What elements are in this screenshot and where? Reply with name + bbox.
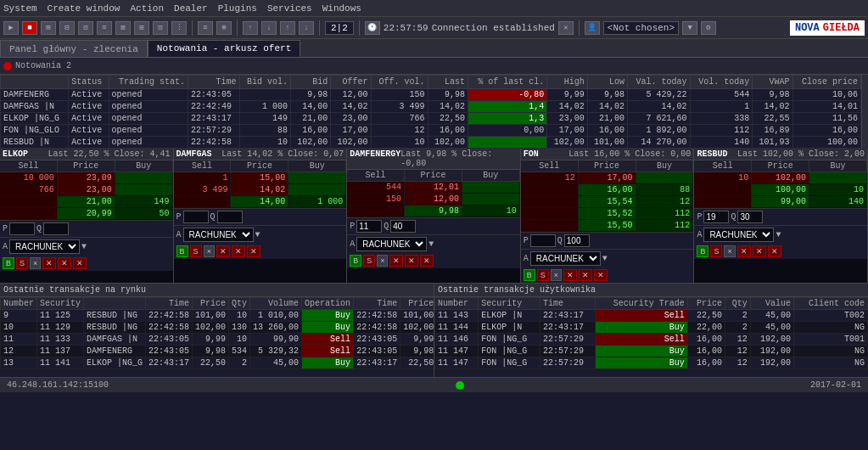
cell-low: 9,98 xyxy=(587,89,627,101)
br-table-row[interactable]: 11 143 ELKOP |N 22:43:17 Sell 22,50 2 45… xyxy=(435,310,868,322)
close-connection-icon[interactable]: ✕ xyxy=(558,21,574,35)
ob-del-button-2[interactable]: ✕ xyxy=(753,245,766,257)
toolbar-btn-14[interactable]: ↓ xyxy=(261,21,277,35)
ob-buy-button[interactable]: B xyxy=(697,245,708,257)
ob-buy-button[interactable]: B xyxy=(350,255,361,267)
ob-buy-button[interactable]: B xyxy=(176,245,188,257)
toolbar-btn-3[interactable]: ⊞ xyxy=(41,21,56,35)
ob-price-input[interactable] xyxy=(356,220,382,233)
tab-panel-glowny[interactable]: Panel główny - zlecenia xyxy=(0,40,148,57)
menu-system[interactable]: System xyxy=(3,3,37,14)
toolbar-btn-5[interactable]: ⊡ xyxy=(78,21,93,35)
bl-table-row[interactable]: 10 11 129 RESBUD |NG 22:42:58 102,00 130… xyxy=(1,322,435,334)
ob-q-label: Q xyxy=(731,212,736,222)
toolbar-btn-8[interactable]: ⊞ xyxy=(134,21,149,35)
ob-del-button-1[interactable]: ✕ xyxy=(216,245,230,257)
ob-del-button-3[interactable]: ✕ xyxy=(768,245,781,257)
bl-table-row[interactable]: 12 11 137 DAMFENERG 22:43:05 9,98 534 5 … xyxy=(1,346,435,357)
ob-qty-input[interactable] xyxy=(737,211,763,223)
toolbar-btn-2[interactable]: ■ xyxy=(22,21,37,35)
ob-del-button-1[interactable]: ✕ xyxy=(563,269,577,281)
toolbar-btn-13[interactable]: ↑ xyxy=(243,21,258,35)
ob-dropdown-icon: ▼ xyxy=(776,230,781,239)
br-table-row[interactable]: 11 144 ELKOP |N 22:43:17 Buy 22,00 2 45,… xyxy=(435,322,868,334)
ob-del-button-3[interactable]: ✕ xyxy=(594,269,608,281)
ob-account-select[interactable]: RACHUNEK xyxy=(183,228,254,242)
toolbar-btn-15[interactable]: ↑ xyxy=(280,21,295,35)
toolbar-btn-6[interactable]: ≡ xyxy=(97,21,112,35)
ob-buy-button[interactable]: B xyxy=(3,257,14,269)
toolbar-btn-9[interactable]: ⊡ xyxy=(153,21,168,35)
ob-del-button-1[interactable]: ✕ xyxy=(42,257,56,269)
cell-pct xyxy=(468,137,546,149)
ob-del-button-1[interactable]: ✕ xyxy=(389,255,403,267)
ob-del-button-2[interactable]: ✕ xyxy=(579,269,592,281)
ob-price-input[interactable] xyxy=(530,234,556,247)
bl-table-row[interactable]: 9 11 125 RESBUD |NG 22:42:58 101,00 10 1… xyxy=(1,310,435,322)
toolbar-btn-12[interactable]: ⊛ xyxy=(216,21,232,35)
ob-account-select[interactable]: RACHUNEK xyxy=(356,237,427,251)
toolbar-btn-10[interactable]: ⋮ xyxy=(171,21,187,35)
ob-sell-button[interactable]: S xyxy=(710,245,722,257)
toolbar-btn-11[interactable]: ≡ xyxy=(198,21,213,35)
bl-table-row[interactable]: 13 11 141 ELKOP |NG_G 22:43:17 22,50 2 4… xyxy=(1,357,435,369)
br-table-row[interactable]: 11 147 FON |NG_G 22:57:29 Buy 16,00 12 1… xyxy=(435,357,868,369)
ob-qty-input[interactable] xyxy=(43,222,69,235)
main-table-row[interactable]: DAMFENERG Active opened 22:43:05 9,98 12… xyxy=(1,89,861,101)
ob-cancel-button[interactable]: × xyxy=(724,245,735,257)
ob-cancel-button[interactable]: × xyxy=(377,255,388,267)
ob-account-select[interactable]: RACHUNEK xyxy=(703,228,774,242)
menu-dealer[interactable]: Dealer xyxy=(174,3,208,14)
toolbar-btn-4[interactable]: ⊟ xyxy=(59,21,75,35)
ob-qty-input[interactable] xyxy=(217,211,243,223)
br-table-row[interactable]: 11 146 FON |NG_G 22:57:29 Sell 16,00 12 … xyxy=(435,334,868,346)
ob-buy-row: 16,00 88 xyxy=(521,184,694,196)
ob-del-button-3[interactable]: ✕ xyxy=(73,257,87,269)
menu-services[interactable]: Services xyxy=(267,3,312,14)
ob-account-select[interactable]: RACHUNEK xyxy=(530,251,601,266)
ob-sell-button[interactable]: S xyxy=(190,245,202,257)
main-table-row[interactable]: DAMFGAS |N Active opened 22:42:49 1 000 … xyxy=(1,101,861,113)
main-table-row[interactable]: RESBUD |N Active opened 22:42:58 10 102,… xyxy=(1,137,861,149)
ob-del-button-2[interactable]: ✕ xyxy=(58,257,71,269)
account-selector[interactable]: <Not chosen> xyxy=(603,21,679,35)
menu-plugins[interactable]: Plugins xyxy=(218,3,257,14)
ob-p-label: P xyxy=(3,224,8,233)
ob-sell-button[interactable]: S xyxy=(363,255,375,267)
ob-buy-qty-empty xyxy=(462,194,520,205)
ob-cancel-button[interactable]: × xyxy=(30,257,41,269)
ob-price-input[interactable] xyxy=(703,211,729,223)
toolbar-btn-16[interactable]: ↓ xyxy=(299,21,314,35)
ob-buy-price: 15,50 xyxy=(579,220,636,231)
ob-account-row: A RACHUNEK ▼ xyxy=(347,234,520,253)
main-table-scrollbar[interactable] xyxy=(861,75,868,149)
ob-cancel-button[interactable]: × xyxy=(204,245,215,257)
main-table-row[interactable]: ELKOP |NG_G Active opened 22:43:17 149 2… xyxy=(1,113,861,125)
ob-qty-input[interactable] xyxy=(564,234,590,247)
br-table-row[interactable]: 11 147 FON |NG_G 22:57:29 Buy 16,00 12 1… xyxy=(435,346,868,357)
ob-cancel-button[interactable]: × xyxy=(551,269,562,281)
menu-action[interactable]: Action xyxy=(130,3,164,14)
ob-del-button-3[interactable]: ✕ xyxy=(420,255,434,267)
ob-sell-button[interactable]: S xyxy=(537,269,549,281)
menu-windows[interactable]: Windows xyxy=(322,3,361,14)
menu-create-window[interactable]: Create window xyxy=(48,3,120,14)
ob-del-button-2[interactable]: ✕ xyxy=(405,255,418,267)
main-table-row[interactable]: FON |NG_GLO Active opened 22:57:29 88 16… xyxy=(1,125,861,137)
ob-account-select[interactable]: RACHUNEK xyxy=(9,239,80,254)
ob-qty-input[interactable] xyxy=(390,220,416,233)
toolbar-btn-1[interactable]: ▶ xyxy=(3,21,19,35)
ob-sell-button[interactable]: S xyxy=(16,257,28,269)
ob-price-input[interactable] xyxy=(183,211,209,223)
bl-price: 22,50 xyxy=(193,357,229,369)
ob-buy-button[interactable]: B xyxy=(524,269,535,281)
bl-table-row[interactable]: 11 11 133 DAMFGAS |N 22:43:05 9,99 10 99… xyxy=(1,334,435,346)
ob-del-button-2[interactable]: ✕ xyxy=(232,245,245,257)
toolbar-btn-7[interactable]: ⊠ xyxy=(115,21,131,35)
ob-price-input[interactable] xyxy=(9,222,35,235)
account-settings-icon[interactable]: ⚙ xyxy=(701,21,716,35)
ob-del-button-3[interactable]: ✕ xyxy=(247,245,260,257)
ob-del-button-1[interactable]: ✕ xyxy=(737,245,751,257)
account-dropdown-icon[interactable]: ▼ xyxy=(682,21,697,35)
tab-notowania[interactable]: Notowania - arkusz ofert xyxy=(148,40,300,57)
